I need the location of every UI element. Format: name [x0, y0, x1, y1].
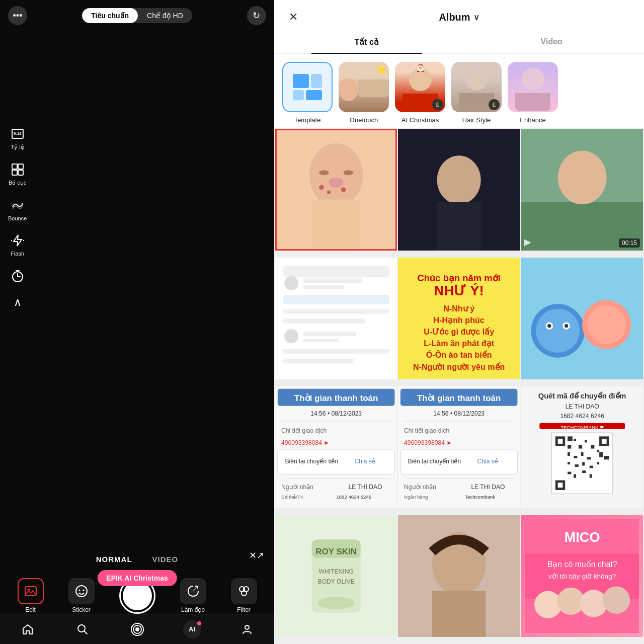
svg-rect-43 — [283, 266, 389, 277]
svg-text:Chia sẻ: Chia sẻ — [355, 458, 375, 465]
svg-point-16 — [83, 590, 84, 591]
svg-text:LE THI DAO: LE THI DAO — [565, 403, 599, 410]
feature-onetouch[interactable]: ⭐ Onetouch — [339, 62, 389, 124]
svg-text:MICO: MICO — [564, 529, 600, 545]
svg-rect-133 — [604, 456, 609, 459]
filter-icon-wrap — [231, 578, 257, 604]
gallery-cell-1[interactable] — [275, 129, 397, 257]
layout-tool[interactable]: Bố cục — [5, 156, 30, 190]
feature-row: Template ⭐ Onetouch 🎅 E AI Christmas — [274, 54, 644, 128]
svg-rect-53 — [283, 349, 389, 354]
template-box-icon — [287, 68, 328, 106]
svg-rect-127 — [568, 462, 570, 464]
camera-nav-button[interactable] — [126, 618, 148, 640]
profile-nav-button[interactable] — [236, 618, 258, 640]
left-sidebar-tools: 9:16 Tỷ lệ Bố cục — [5, 121, 30, 314]
svg-text:BODY OLIVE: BODY OLIVE — [318, 578, 355, 585]
gallery-image-5: Chúc bạn năm mới NHƯ Ý! N-Như ý H-Hạnh p… — [398, 258, 520, 379]
search-nav-button[interactable] — [71, 618, 94, 640]
edit-button[interactable]: Edit — [18, 578, 44, 613]
feature-enhance[interactable]: Enhance — [508, 62, 558, 124]
gallery-cell-3[interactable]: ▶ 00:15 — [521, 129, 643, 257]
menu-button[interactable]: ••• — [8, 6, 27, 25]
filter-button[interactable]: Filter — [231, 578, 257, 613]
hd-mode-button[interactable]: Chế độ HD — [138, 8, 192, 23]
bounce-tool[interactable]: Bounce — [5, 192, 30, 225]
svg-text:Techcombank: Techcombank — [465, 494, 496, 500]
svg-text:496093398084 ►: 496093398084 ► — [281, 439, 330, 446]
svg-text:Ó-Ôn ào tan biến: Ó-Ôn ào tan biến — [426, 350, 492, 359]
svg-text:Ngân hàng: Ngân hàng — [404, 494, 428, 500]
gallery-cell-12[interactable]: MICO Bạn có muốn chat? với tôi bây giờ k… — [521, 515, 643, 643]
svg-rect-51 — [303, 332, 356, 336]
normal-mode-tab[interactable]: NORMAL — [96, 555, 132, 564]
svg-point-14 — [76, 586, 87, 597]
camera-viewfinder — [0, 0, 274, 644]
tab-video[interactable]: Video — [459, 31, 645, 53]
svg-rect-113 — [568, 436, 573, 441]
svg-rect-98 — [404, 478, 514, 479]
gallery-image-4 — [275, 258, 397, 379]
svg-rect-134 — [568, 472, 571, 474]
flash-icon — [9, 231, 27, 250]
gallery-cell-10[interactable]: ROY SKIN WHITENING BODY OLIVE — [275, 515, 397, 643]
svg-point-44 — [284, 276, 298, 290]
feature-hair-style[interactable]: E Hair Style — [451, 62, 502, 124]
beautify-button[interactable]: Làm đẹp — [180, 578, 206, 613]
feature-ai-christmas[interactable]: 🎅 E AI Christmas — [395, 62, 445, 124]
svg-text:WHITENING: WHITENING — [319, 568, 354, 575]
gallery-cell-11[interactable] — [398, 515, 520, 643]
gallery-image-6 — [521, 258, 643, 379]
camera-flip-button[interactable]: ↻ — [247, 6, 266, 25]
svg-rect-116 — [557, 482, 562, 488]
svg-text:9:16: 9:16 — [14, 131, 22, 136]
svg-text:Quét mã để chuyển điểm: Quét mã để chuyển điểm — [538, 391, 626, 400]
svg-text:L-Làm ăn phát đạt: L-Làm ăn phát đạt — [424, 339, 495, 348]
tab-all[interactable]: Tất cả — [274, 31, 459, 53]
svg-rect-5 — [18, 170, 23, 175]
gallery-cell-2[interactable] — [398, 129, 520, 257]
feature-hair-style-thumb: E — [451, 62, 502, 112]
gallery-cell-9[interactable]: Quét mã để chuyển điểm LE THI DAO 1682 4… — [521, 386, 643, 514]
svg-point-20 — [242, 591, 247, 596]
standard-mode-button[interactable]: Tiêu chuẩn — [82, 8, 138, 23]
feature-template-label: Template — [294, 116, 321, 124]
svg-rect-114 — [557, 439, 562, 444]
gallery-image-11 — [398, 515, 520, 637]
video-mode-tab[interactable]: VIDEO — [152, 555, 179, 564]
ai-nav-button[interactable]: AI — [181, 618, 203, 640]
svg-rect-45 — [303, 278, 362, 283]
gallery-image-8: Thời gian thanh toán 14:56 • 08/12/2023 … — [398, 386, 520, 508]
svg-point-71 — [547, 324, 551, 328]
svg-rect-119 — [579, 445, 582, 448]
gallery-cell-5[interactable]: Chúc bạn năm mới NHƯ Ý! N-Như ý H-Hạnh p… — [398, 258, 520, 385]
svg-rect-131 — [597, 462, 599, 464]
timer-tool[interactable] — [5, 263, 30, 289]
gallery-image-9: Quét mã để chuyển điểm LE THI DAO 1682 4… — [521, 386, 643, 508]
svg-point-28 — [309, 143, 363, 207]
svg-text:N-Như ý: N-Như ý — [444, 304, 475, 313]
svg-rect-123 — [568, 452, 570, 456]
close-button[interactable]: ✕ — [284, 8, 302, 26]
sticker-button[interactable]: Sticker — [68, 578, 95, 613]
svg-text:với tôi bây giờ không?: với tôi bây giờ không? — [548, 573, 616, 580]
flash-tool[interactable]: Flash — [5, 227, 30, 261]
feature-ai-christmas-badge: E — [432, 99, 443, 110]
play-icon: ▶ — [524, 236, 531, 248]
aspect-ratio-tool[interactable]: 9:16 Tỷ lệ — [5, 121, 30, 154]
camera-rotate-icon: ↻ — [253, 10, 260, 21]
svg-rect-128 — [575, 464, 578, 467]
svg-rect-125 — [581, 452, 583, 456]
gallery-cell-8[interactable]: Thời gian thanh toán 14:56 • 08/12/2023 … — [398, 386, 520, 514]
svg-text:U-Ước gì được lấy: U-Ước gì được lấy — [424, 327, 495, 336]
feature-template[interactable]: Template — [282, 62, 333, 124]
gallery-cell-7[interactable]: Thời gian thanh toán 14:56 • 08/12/2023 … — [275, 386, 397, 514]
mode-switcher: Tiêu chuẩn Chế độ HD — [82, 8, 192, 23]
gallery-cell-6[interactable] — [521, 258, 643, 385]
beautify-icon-wrap — [180, 578, 206, 604]
gallery-cell-4[interactable] — [275, 258, 397, 385]
ai-label: AI — [189, 625, 195, 633]
home-nav-button[interactable] — [17, 618, 39, 640]
collapse-tools-button[interactable]: ∧ — [5, 291, 30, 314]
album-title-button[interactable]: Album ∨ — [439, 12, 479, 23]
